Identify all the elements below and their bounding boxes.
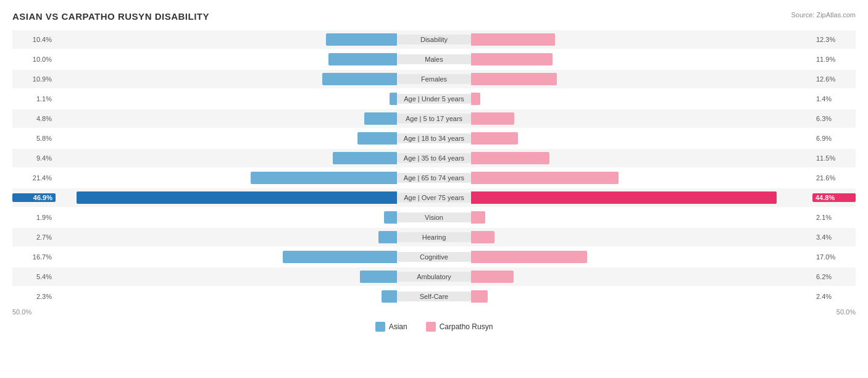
axis-left-label: 50.0% xyxy=(12,308,31,316)
right-bar-wrap xyxy=(471,191,812,204)
right-bar-wrap xyxy=(471,93,812,105)
bar-label: Age | 35 to 64 years xyxy=(397,153,471,163)
left-value: 1.1% xyxy=(12,95,56,103)
right-bar-wrap xyxy=(471,290,812,303)
asian-label: Asian xyxy=(389,322,407,331)
right-value: 1.4% xyxy=(812,95,856,103)
left-value: 2.3% xyxy=(12,293,56,300)
axis-right-label: 50.0% xyxy=(837,308,856,316)
bar-row: 2.3% Self-Care 2.4% xyxy=(12,287,856,306)
left-bar-wrap xyxy=(56,231,397,243)
right-bar-wrap xyxy=(471,231,812,243)
bar-label: Cognitive xyxy=(397,252,471,262)
right-bar-wrap xyxy=(471,53,812,65)
left-bar xyxy=(384,211,397,224)
right-bar-wrap xyxy=(471,112,812,125)
left-value: 10.4% xyxy=(12,36,56,43)
right-value: 2.4% xyxy=(812,293,856,300)
bar-label: Self-Care xyxy=(397,292,471,301)
left-bar-wrap xyxy=(56,93,397,105)
right-bar xyxy=(471,112,514,125)
left-bar-wrap xyxy=(56,112,397,125)
left-bar xyxy=(322,73,397,85)
bar-row: 21.4% Age | 65 to 74 years 21.6% xyxy=(12,169,856,187)
left-bar-wrap xyxy=(56,271,397,283)
bar-label: Disability xyxy=(397,35,471,44)
right-bar-wrap xyxy=(471,152,812,164)
left-bar xyxy=(333,152,397,164)
left-bar xyxy=(283,251,397,263)
left-value: 5.8% xyxy=(12,135,56,142)
left-value: 1.9% xyxy=(12,214,56,221)
bar-row: 5.8% Age | 18 to 34 years 6.9% xyxy=(12,129,856,148)
left-value: 46.9% xyxy=(12,193,56,202)
right-bar xyxy=(471,172,619,184)
right-value: 6.9% xyxy=(812,135,856,142)
left-bar xyxy=(251,172,397,184)
left-value: 21.4% xyxy=(12,174,56,182)
left-value: 9.4% xyxy=(12,154,56,162)
bar-label: Vision xyxy=(397,212,471,222)
left-value: 10.0% xyxy=(12,56,56,63)
right-value: 11.5% xyxy=(812,154,856,162)
right-bar-wrap xyxy=(471,73,812,85)
left-bar xyxy=(357,132,397,145)
source-label: Source: ZipAtlas.com xyxy=(791,11,856,19)
left-bar xyxy=(382,290,397,303)
right-value: 3.4% xyxy=(812,233,856,241)
bar-label: Age | 18 to 34 years xyxy=(397,133,471,143)
asian-swatch xyxy=(375,322,385,332)
left-bar xyxy=(378,231,397,243)
right-value: 12.3% xyxy=(812,36,856,43)
bar-label: Males xyxy=(397,54,471,64)
bar-row: 10.4% Disability 12.3% xyxy=(12,30,856,49)
left-value: 5.4% xyxy=(12,273,56,280)
right-value: 44.8% xyxy=(812,193,856,202)
left-bar xyxy=(364,112,397,125)
left-bar-wrap xyxy=(56,132,397,145)
right-value: 21.6% xyxy=(812,174,856,182)
right-bar xyxy=(471,132,518,145)
bar-row: 1.9% Vision 2.1% xyxy=(12,208,856,227)
bar-label: Age | Over 75 years xyxy=(397,193,471,203)
bar-row: 9.4% Age | 35 to 64 years 11.5% xyxy=(12,149,856,167)
left-bar-wrap xyxy=(56,73,397,85)
bar-label: Age | 5 to 17 years xyxy=(397,114,471,124)
right-bar xyxy=(471,33,555,46)
legend-rusyn: Carpatho Rusyn xyxy=(426,322,493,332)
right-bar-wrap xyxy=(471,271,812,283)
left-bar xyxy=(328,53,397,65)
bar-label: Age | Under 5 years xyxy=(397,94,471,104)
legend-asian: Asian xyxy=(375,322,407,332)
bar-row: 10.0% Males 11.9% xyxy=(12,50,856,69)
right-value: 11.9% xyxy=(812,56,856,63)
right-bar xyxy=(471,271,514,283)
right-bar xyxy=(471,231,495,243)
right-bar-wrap xyxy=(471,132,812,145)
rusyn-swatch xyxy=(426,322,436,332)
left-bar-wrap xyxy=(56,33,397,46)
right-bar-wrap xyxy=(471,251,812,263)
right-value: 6.2% xyxy=(812,273,856,280)
left-value: 10.9% xyxy=(12,75,56,83)
bar-label: Age | 65 to 74 years xyxy=(397,173,471,183)
axis-labels: 50.0% 50.0% xyxy=(12,308,856,316)
left-bar xyxy=(77,191,397,204)
left-bar xyxy=(390,93,397,105)
right-bar xyxy=(471,73,557,85)
bar-row: 4.8% Age | 5 to 17 years 6.3% xyxy=(12,109,856,128)
bar-row: 1.1% Age | Under 5 years 1.4% xyxy=(12,90,856,108)
right-value: 6.3% xyxy=(812,115,856,122)
right-bar xyxy=(471,53,553,65)
bar-row: 2.7% Hearing 3.4% xyxy=(12,228,856,246)
left-bar-wrap xyxy=(56,191,397,204)
bar-row: 5.4% Ambulatory 6.2% xyxy=(12,267,856,286)
bar-row: 16.7% Cognitive 17.0% xyxy=(12,248,856,266)
right-bar xyxy=(471,152,549,164)
left-value: 16.7% xyxy=(12,253,56,261)
right-value: 2.1% xyxy=(812,214,856,221)
left-bar-wrap xyxy=(56,53,397,65)
bar-label: Ambulatory xyxy=(397,272,471,282)
right-value: 17.0% xyxy=(812,253,856,261)
left-bar xyxy=(326,33,397,46)
